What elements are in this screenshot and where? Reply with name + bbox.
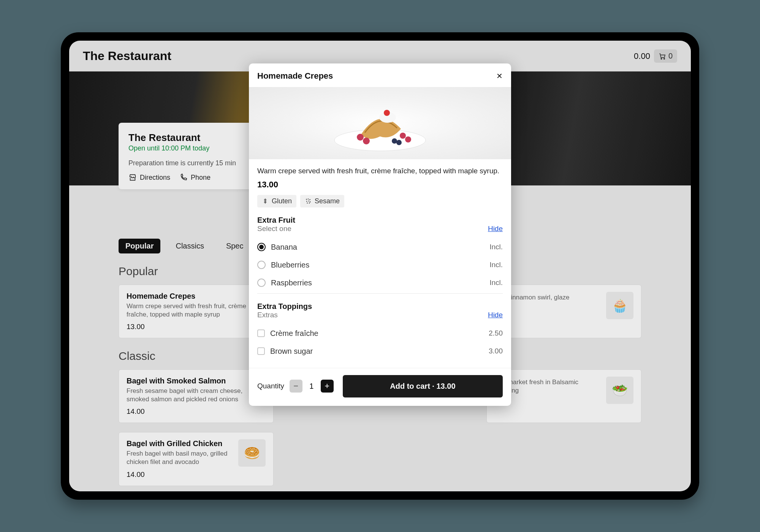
modal-description: Warm crepe served with fresh fruit, crèm… [257,166,503,176]
directions-button[interactable]: Directions [128,173,170,182]
menu-card[interactable]: Bagel with Grilled Chicken Fresh bagel w… [119,432,274,486]
svg-point-4 [384,110,390,116]
allergen-label: Sesame [315,197,340,205]
wheat-icon [262,198,269,204]
option-price: 3.00 [489,347,503,355]
screen: The Restaurant 0.00 0 The Restaurant Ope… [69,41,691,491]
option-group-extra-fruit: Extra Fruit Select one Hide Banana Incl. [257,216,503,294]
menu-item-price: 14.00 [127,470,232,479]
allergen-chip-sesame: Sesame [300,195,344,207]
sesame-icon [305,198,312,204]
device-frame: The Restaurant 0.00 0 The Restaurant Ope… [61,32,699,500]
allergen-row: Gluten Sesame [257,195,503,207]
quantity-value: 1 [308,382,315,391]
phone-label: Phone [191,174,211,182]
phone-button[interactable]: Phone [179,173,211,182]
option-price: Incl. [489,261,503,269]
radio-icon [257,243,266,251]
checkbox-icon [257,329,265,337]
option-label: Blueberries [271,261,309,269]
menu-item-name: Bagel with Smoked Salmon [127,377,266,385]
modal-footer: Quantity − 1 + Add to cart · 13.00 [249,368,511,406]
svg-point-11 [306,199,307,200]
directions-label: Directions [140,174,170,182]
add-to-cart-button[interactable]: Add to cart · 13.00 [343,375,503,397]
option-label: Crème fraîche [270,329,318,338]
svg-point-14 [306,201,307,202]
menu-item-name: Homemade Crepes [127,292,266,301]
svg-point-16 [310,201,310,202]
option-price: Incl. [489,243,503,251]
tab-popular[interactable]: Popular [119,239,160,253]
option-group-title: Extra Toppings [257,302,312,311]
modal-title: Homemade Crepes [257,71,333,81]
svg-point-18 [309,203,310,203]
cart-area: 0.00 0 [634,49,677,63]
radio-icon [257,261,266,269]
cart-button[interactable]: 0 [654,49,677,63]
svg-point-13 [309,199,310,200]
option-row[interactable]: Blueberries Incl. [257,256,503,274]
menu-item-desc: Warm crepe served with fresh fruit, crèm… [127,302,266,319]
modal-price: 13.00 [257,180,503,190]
cart-icon [659,52,666,60]
option-row[interactable]: Brown sugar 3.00 [257,342,503,360]
checkbox-icon [257,347,265,355]
close-icon[interactable]: ✕ [496,71,503,81]
allergen-label: Gluten [272,197,292,205]
svg-point-15 [308,201,309,201]
svg-point-7 [400,133,406,139]
hide-link[interactable]: Hide [488,225,503,233]
svg-point-1 [664,58,665,59]
option-label: Banana [271,243,297,252]
quantity-decrease-button[interactable]: − [290,380,302,393]
option-label: Raspberries [271,279,312,287]
option-group-title: Extra Fruit [257,216,295,225]
menu-item-name: Bagel with Grilled Chicken [127,439,232,448]
svg-point-6 [363,138,370,144]
menu-item-price: 13.00 [127,323,266,331]
svg-point-17 [307,203,308,203]
tab-classics[interactable]: Classics [169,239,211,253]
quantity-label: Quantity [257,382,284,390]
modal-image [249,87,511,159]
svg-point-5 [357,134,364,141]
svg-point-9 [392,138,397,144]
svg-point-10 [396,140,402,145]
storefront-icon [128,173,137,182]
svg-point-8 [405,136,411,142]
menu-item-thumb: 🥯 [238,439,266,467]
allergen-chip-gluten: Gluten [257,195,296,207]
option-price: 2.50 [489,329,503,337]
svg-point-12 [308,199,309,200]
item-modal: Homemade Crepes ✕ [249,63,511,406]
option-label: Brown sugar [270,347,313,356]
option-row[interactable]: Crème fraîche 2.50 [257,325,503,342]
menu-item-thumb: 🧁 [606,292,633,319]
menu-item-thumb: 🥗 [606,377,633,404]
quantity-stepper: Quantity − 1 + [257,380,334,393]
menu-item-desc: Fresh bagel with basil mayo, grilled chi… [127,450,232,466]
menu-item-desc: Fresh sesame bagel with cream cheese, sm… [127,387,266,404]
quantity-increase-button[interactable]: + [321,380,334,393]
modal-header: Homemade Crepes ✕ [249,63,511,87]
menu-item-price: 14.00 [127,407,266,416]
option-group-subtitle: Select one [257,225,295,233]
hide-link[interactable]: Hide [488,311,503,319]
brand-title: The Restaurant [83,49,171,63]
radio-icon [257,279,266,287]
option-row[interactable]: Banana Incl. [257,238,503,256]
cart-total: 0.00 [634,51,650,61]
option-price: Incl. [489,279,503,287]
option-row[interactable]: Raspberries Incl. [257,274,503,292]
option-group-extra-toppings: Extra Toppings Extras Hide Crème fraîche… [257,302,503,362]
phone-icon [179,173,188,182]
option-group-subtitle: Extras [257,311,312,319]
svg-point-0 [661,58,662,59]
tab-specials[interactable]: Spec [219,239,250,253]
cart-count: 0 [668,52,673,60]
